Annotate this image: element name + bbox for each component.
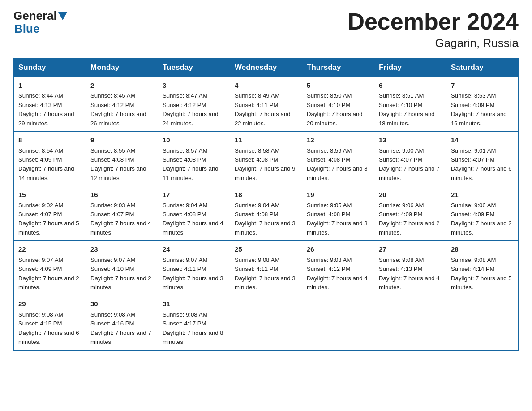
- logo-general: General: [13, 9, 67, 23]
- day-number: 5: [307, 80, 369, 90]
- day-info: Sunrise: 9:04 AMSunset: 4:08 PMDaylight:…: [163, 201, 225, 238]
- day-info: Sunrise: 9:08 AMSunset: 4:13 PMDaylight:…: [379, 256, 442, 292]
- calendar-cell: [374, 295, 446, 350]
- day-number: 3: [163, 80, 225, 90]
- calendar-cell: 22Sunrise: 9:07 AMSunset: 4:09 PMDayligh…: [14, 241, 86, 295]
- day-number: 21: [451, 189, 514, 200]
- day-info: Sunrise: 8:58 AMSunset: 4:08 PMDaylight:…: [235, 146, 297, 183]
- weekday-header-wednesday: Wednesday: [230, 59, 302, 77]
- day-info: Sunrise: 9:00 AMSunset: 4:07 PMDaylight:…: [379, 146, 442, 183]
- day-info: Sunrise: 9:08 AMSunset: 4:16 PMDaylight:…: [90, 310, 153, 347]
- calendar-week-row: 22Sunrise: 9:07 AMSunset: 4:09 PMDayligh…: [14, 241, 519, 295]
- calendar-body: 1Sunrise: 8:44 AMSunset: 4:13 PMDaylight…: [14, 77, 519, 350]
- day-info: Sunrise: 8:54 AMSunset: 4:09 PMDaylight:…: [18, 146, 81, 183]
- day-info: Sunrise: 9:08 AMSunset: 4:11 PMDaylight:…: [235, 256, 297, 292]
- day-number: 15: [18, 189, 81, 200]
- day-info: Sunrise: 9:05 AMSunset: 4:08 PMDaylight:…: [307, 201, 369, 238]
- day-number: 8: [18, 135, 81, 145]
- day-info: Sunrise: 9:08 AMSunset: 4:17 PMDaylight:…: [163, 310, 225, 347]
- day-number: 27: [379, 244, 442, 254]
- calendar-header: SundayMondayTuesdayWednesdayThursdayFrid…: [14, 59, 519, 77]
- calendar-week-row: 29Sunrise: 9:08 AMSunset: 4:15 PMDayligh…: [14, 295, 519, 350]
- day-info: Sunrise: 9:07 AMSunset: 4:11 PMDaylight:…: [163, 256, 225, 292]
- weekday-header-saturday: Saturday: [446, 59, 519, 77]
- weekday-header-monday: Monday: [86, 59, 158, 77]
- title-block: December 2024 Gagarin, Russia: [348, 9, 519, 50]
- calendar-week-row: 1Sunrise: 8:44 AMSunset: 4:13 PMDaylight…: [14, 77, 519, 132]
- logo-blue-text: Blue: [14, 22, 39, 36]
- day-number: 28: [451, 244, 514, 254]
- calendar-cell: [230, 295, 302, 350]
- day-number: 23: [90, 244, 153, 254]
- day-number: 7: [451, 80, 514, 90]
- page-subtitle: Gagarin, Russia: [348, 36, 519, 50]
- calendar-cell: 29Sunrise: 9:08 AMSunset: 4:15 PMDayligh…: [14, 295, 86, 350]
- day-info: Sunrise: 8:47 AMSunset: 4:12 PMDaylight:…: [163, 91, 225, 128]
- day-info: Sunrise: 9:03 AMSunset: 4:07 PMDaylight:…: [90, 201, 153, 238]
- day-info: Sunrise: 8:59 AMSunset: 4:08 PMDaylight:…: [307, 146, 369, 183]
- calendar-cell: 27Sunrise: 9:08 AMSunset: 4:13 PMDayligh…: [374, 241, 446, 295]
- day-info: Sunrise: 9:04 AMSunset: 4:08 PMDaylight:…: [235, 201, 297, 238]
- calendar-cell: 9Sunrise: 8:55 AMSunset: 4:08 PMDaylight…: [86, 132, 158, 186]
- day-info: Sunrise: 9:06 AMSunset: 4:09 PMDaylight:…: [379, 201, 442, 238]
- calendar-cell: 30Sunrise: 9:08 AMSunset: 4:16 PMDayligh…: [86, 295, 158, 350]
- calendar-cell: 5Sunrise: 8:50 AMSunset: 4:10 PMDaylight…: [302, 77, 374, 132]
- calendar-cell: 24Sunrise: 9:07 AMSunset: 4:11 PMDayligh…: [158, 241, 230, 295]
- day-info: Sunrise: 9:07 AMSunset: 4:09 PMDaylight:…: [18, 256, 81, 292]
- calendar-week-row: 15Sunrise: 9:02 AMSunset: 4:07 PMDayligh…: [14, 186, 519, 241]
- calendar-cell: 14Sunrise: 9:01 AMSunset: 4:07 PMDayligh…: [446, 132, 519, 186]
- logo: General Blue: [13, 9, 67, 36]
- calendar-cell: 13Sunrise: 9:00 AMSunset: 4:07 PMDayligh…: [374, 132, 446, 186]
- calendar-table: SundayMondayTuesdayWednesdayThursdayFrid…: [13, 58, 519, 350]
- day-info: Sunrise: 8:51 AMSunset: 4:10 PMDaylight:…: [379, 91, 442, 128]
- calendar-cell: 15Sunrise: 9:02 AMSunset: 4:07 PMDayligh…: [14, 186, 86, 241]
- calendar-cell: 26Sunrise: 9:08 AMSunset: 4:12 PMDayligh…: [302, 241, 374, 295]
- day-number: 11: [235, 135, 297, 145]
- weekday-header-row: SundayMondayTuesdayWednesdayThursdayFrid…: [14, 59, 519, 77]
- day-info: Sunrise: 9:08 AMSunset: 4:12 PMDaylight:…: [307, 256, 369, 292]
- weekday-header-tuesday: Tuesday: [158, 59, 230, 77]
- calendar-cell: 21Sunrise: 9:06 AMSunset: 4:09 PMDayligh…: [446, 186, 519, 241]
- day-number: 13: [379, 135, 442, 145]
- day-number: 20: [379, 189, 442, 200]
- day-number: 12: [307, 135, 369, 145]
- day-number: 26: [307, 244, 369, 254]
- calendar-cell: 8Sunrise: 8:54 AMSunset: 4:09 PMDaylight…: [14, 132, 86, 186]
- day-info: Sunrise: 9:01 AMSunset: 4:07 PMDaylight:…: [451, 146, 514, 183]
- page-header: General Blue December 2024 Gagarin, Russ…: [13, 9, 519, 50]
- calendar-cell: 17Sunrise: 9:04 AMSunset: 4:08 PMDayligh…: [158, 186, 230, 241]
- day-number: 25: [235, 244, 297, 254]
- day-number: 9: [90, 135, 153, 145]
- calendar-cell: 25Sunrise: 9:08 AMSunset: 4:11 PMDayligh…: [230, 241, 302, 295]
- page-title: December 2024: [348, 9, 519, 34]
- day-info: Sunrise: 8:55 AMSunset: 4:08 PMDaylight:…: [90, 146, 153, 183]
- calendar-cell: 2Sunrise: 8:45 AMSunset: 4:12 PMDaylight…: [86, 77, 158, 132]
- calendar-cell: 20Sunrise: 9:06 AMSunset: 4:09 PMDayligh…: [374, 186, 446, 241]
- day-number: 17: [163, 189, 225, 200]
- calendar-cell: 18Sunrise: 9:04 AMSunset: 4:08 PMDayligh…: [230, 186, 302, 241]
- calendar-cell: 6Sunrise: 8:51 AMSunset: 4:10 PMDaylight…: [374, 77, 446, 132]
- day-number: 24: [163, 244, 225, 254]
- calendar-cell: [302, 295, 374, 350]
- day-info: Sunrise: 9:08 AMSunset: 4:15 PMDaylight:…: [18, 310, 81, 347]
- logo-arrow-icon: [58, 12, 67, 20]
- calendar-cell: 12Sunrise: 8:59 AMSunset: 4:08 PMDayligh…: [302, 132, 374, 186]
- calendar-cell: 3Sunrise: 8:47 AMSunset: 4:12 PMDaylight…: [158, 77, 230, 132]
- calendar-cell: 11Sunrise: 8:58 AMSunset: 4:08 PMDayligh…: [230, 132, 302, 186]
- calendar-cell: [446, 295, 519, 350]
- calendar-cell: 31Sunrise: 9:08 AMSunset: 4:17 PMDayligh…: [158, 295, 230, 350]
- calendar-cell: 10Sunrise: 8:57 AMSunset: 4:08 PMDayligh…: [158, 132, 230, 186]
- day-number: 14: [451, 135, 514, 145]
- calendar-week-row: 8Sunrise: 8:54 AMSunset: 4:09 PMDaylight…: [14, 132, 519, 186]
- day-number: 1: [18, 80, 81, 90]
- logo-general-text: General: [13, 9, 57, 23]
- day-info: Sunrise: 8:53 AMSunset: 4:09 PMDaylight:…: [451, 91, 514, 128]
- day-number: 4: [235, 80, 297, 90]
- day-number: 6: [379, 80, 442, 90]
- day-number: 18: [235, 189, 297, 200]
- calendar-cell: 1Sunrise: 8:44 AMSunset: 4:13 PMDaylight…: [14, 77, 86, 132]
- weekday-header-thursday: Thursday: [302, 59, 374, 77]
- day-number: 31: [163, 299, 225, 309]
- calendar-cell: 19Sunrise: 9:05 AMSunset: 4:08 PMDayligh…: [302, 186, 374, 241]
- calendar-cell: 7Sunrise: 8:53 AMSunset: 4:09 PMDaylight…: [446, 77, 519, 132]
